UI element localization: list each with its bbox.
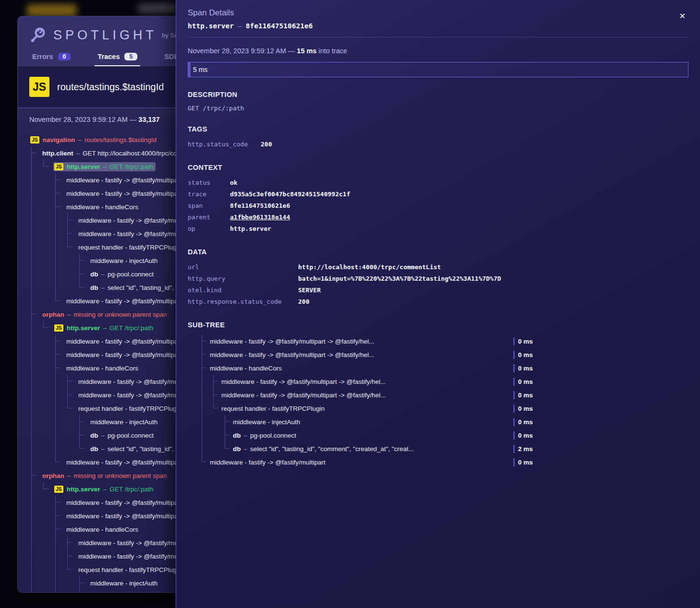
span-row-content: middleware - fastify -> @fastify/multipa… [18,455,184,469]
kv-row: http.response.status_code200 [188,296,688,308]
span-duration: 0 ms [518,429,533,442]
span-duration: 0 ms [518,388,533,402]
span-desc: GET /trpc/:path [109,324,153,332]
tab-label: Errors [32,53,53,60]
span-label: JSnavigation–routes/tastings.$tastingId [29,135,159,144]
tree-line [202,415,202,429]
span-row-content: middleware - handleCors [18,361,141,375]
subtree-span-row[interactable]: middleware - fastify -> @fastify/multipa… [188,334,688,348]
subtree-span-row[interactable]: middleware - fastify -> @fastify/multipa… [188,375,688,388]
tab-count-badge: 5 [124,53,137,60]
subtree-span-row[interactable]: db–pg-pool.connect0 ms [188,429,688,442]
span-label: db–pg-pool.connect [89,270,156,279]
span-sep: – [103,324,107,332]
span-label: request handler - fastifyTRPCPlugin [77,565,184,574]
span-desc: pg-pool.connect [108,432,154,439]
subtree-span-row[interactable]: middleware - fastify -> @fastify/multipa… [188,455,688,469]
data-table: urlhttp://localhost:4000/trpc/commentLis… [188,262,688,308]
tree-line [225,435,229,435]
span-op-name: db [233,432,241,439]
tree-line [55,590,56,593]
context-table: statusoktraced935a5c3ef0047bc84924515409… [188,177,688,235]
span-desc: select "id", "tasting_id", "comment", "c… [250,445,414,453]
span-duration-marker [188,62,191,77]
duration-tick [513,391,515,399]
kv-row: traced935a5c3ef0047bc8492451540992c1f [188,189,688,200]
tree-line [79,590,80,593]
kv-key: op [188,223,230,235]
span-op-name: http.server [67,324,100,332]
kv-row: otel.kindSERVER [188,285,688,296]
span-meta-sep: — [288,47,297,55]
duration-tick [513,351,515,359]
span-label: middleware - handleCors [65,364,141,373]
span-sep: – [67,311,71,318]
span-identity-sep: — [238,22,242,30]
span-label: middleware - fastify -> @fastify/multipa… [221,375,386,388]
span-row-content: request handler - fastifyTRPCPlugin [18,402,184,415]
span-id: 8fe11647510621e6 [246,22,313,30]
kv-value: http.server [230,223,271,235]
kv-value: 8fe11647510621e6 [230,200,290,212]
span-duration: 2 ms [518,442,533,455]
kv-value: ok [230,177,238,189]
span-sep: – [103,486,107,493]
tree-line [213,388,214,395]
parent-span-link[interactable]: a1fbbe961318e144 [230,212,290,223]
span-duration: 0 ms [518,402,533,415]
span-label: middleware - fastify -> @fastify/multipa… [65,297,184,306]
span-details-panel: Span Details http.server—8fe11647510621e… [176,0,700,608]
selected-span: JShttp.server–GET /trpc/:path [53,162,156,171]
kv-value: http://localhost:4000/trpc/commentList [298,262,441,273]
span-row-content: request handler - fastifyTRPCPlugin [18,563,184,576]
section-subtree-heading: SUB-TREE [188,321,688,329]
span-label: JShttp.server–GET /trpc/:path [53,485,156,494]
js-badge-icon: JS [54,163,63,170]
subtree-span-row[interactable]: middleware - fastify -> @fastify/multipa… [188,388,688,402]
span-sep: – [244,432,248,439]
tree-line [213,402,214,408]
tab-count-badge: 0 [58,53,71,60]
span-date: November 28, 2023 9:59:12 AM [188,47,286,55]
kv-key: http.query [188,273,298,285]
close-icon[interactable]: ✕ [679,12,686,20]
span-row-content: JShttp.server–GET /trpc/:path [18,321,156,334]
tree-line [202,388,202,402]
span-sep: – [101,271,105,278]
subtree-span-row[interactable]: middleware - fastify -> @fastify/multipa… [188,348,688,361]
span-sep: – [76,150,80,157]
span-label: orphan–missing or unknown parent span [41,471,169,480]
subtree-tree: middleware - fastify -> @fastify/multipa… [188,334,688,469]
tree-line [202,455,202,462]
subtree-span-row[interactable]: middleware - injectAuth0 ms [188,415,688,429]
tree-line [202,348,202,355]
duration-tick [513,418,515,426]
trace-meta-sep: — [130,116,139,123]
subtree-span-row[interactable]: db–select "id", "tasting_id", "comment",… [188,442,688,455]
tab-label: Traces [97,53,120,60]
span-desc: routes/tastings.$tastingId [84,136,157,143]
span-sep: – [78,136,82,143]
span-desc: middleware - handleCors [66,526,138,533]
span-label: middleware - injectAuth [233,415,300,429]
trace-duration: 33,137 [138,116,159,123]
span-label: middleware - injectAuth [89,579,160,588]
subtree-span-row[interactable]: middleware - handleCors0 ms [188,361,688,375]
span-desc: middleware - handleCors [66,365,138,372]
subtree-span-row[interactable]: request handler - fastifyTRPCPlugin0 ms [188,402,688,415]
span-duration: 0 ms [518,455,533,469]
kv-value: 200 [298,296,309,308]
tab-errors[interactable]: Errors0 [29,52,73,66]
span-desc: GET /trpc/:path [109,486,153,493]
span-desc: missing or unknown parent span [73,311,167,318]
span-offset: 15 ms [297,47,316,55]
tree-line [202,361,202,368]
span-row-content: JShttp.server–GET /trpc/:path [18,482,156,496]
span-row-content: orphan–missing or unknown parent span [18,308,169,321]
span-label: db–select "id", "tasting_id", "comment",… [233,442,414,455]
span-label: middleware - handleCors [65,525,141,534]
tree-line [213,375,214,381]
span-row-content: middleware - injectAuth [18,254,160,267]
span-duration: 0 ms [518,348,533,361]
tab-traces[interactable]: Traces5 [95,52,140,66]
